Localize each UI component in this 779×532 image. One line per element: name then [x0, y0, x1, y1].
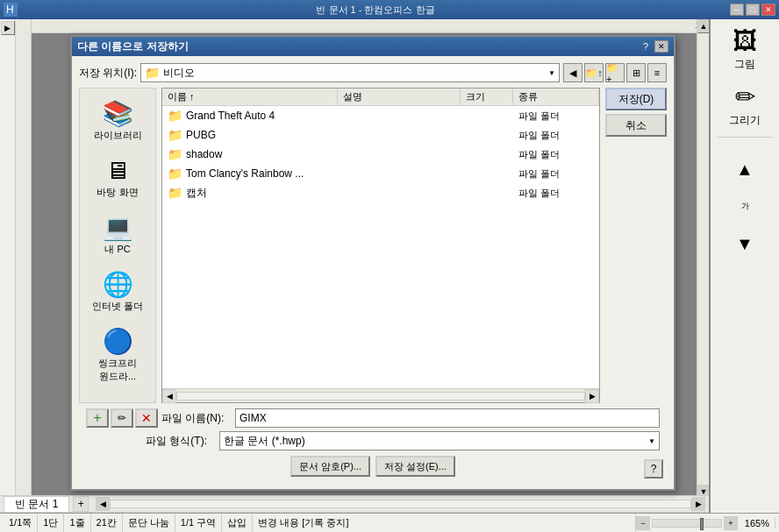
zoom-slider-thumb — [700, 518, 704, 530]
zoom-in-button[interactable]: + — [724, 516, 738, 530]
nav-options-button[interactable]: ≡ — [647, 63, 667, 82]
add-button[interactable]: + — [86, 408, 109, 428]
right-panel-images[interactable]: 🖼 그림 — [715, 23, 775, 75]
dialog-bottom-help-button[interactable]: ? — [644, 459, 663, 479]
nav-desktop-label: 바탕 화면 — [96, 186, 138, 199]
edit-button[interactable]: ✏ — [111, 408, 133, 428]
nav-my-pc-label: 내 PC — [104, 243, 130, 256]
nav-thinkfree[interactable]: 🔵 씽크프리 원드라... — [84, 323, 151, 387]
file-list-scroll-track[interactable] — [176, 392, 585, 401]
dialog-right-section: 저장(D) 취소 — [605, 88, 667, 403]
tab-scroll-right[interactable]: ▶ — [691, 497, 705, 511]
filetype-label: 파일 형식(T): — [146, 434, 216, 449]
file-cell-name-3: 📁 Tom Clancy's Rainbow ... — [164, 167, 339, 181]
app-icon: H — [4, 3, 18, 17]
right-panel-draw-label: 그리기 — [729, 113, 761, 128]
file-cell-type-3: 파일 폴더 — [515, 167, 597, 181]
file-list-scroll-right[interactable]: ▶ — [585, 389, 599, 403]
close-button[interactable]: ✕ — [761, 4, 775, 16]
file-cell-type-2: 파일 폴더 — [515, 148, 597, 161]
file-row-3[interactable]: 📁 Tom Clancy's Rainbow ... 파일 폴더 — [162, 164, 599, 183]
right-panel-nav-prev[interactable]: ▲ — [715, 143, 775, 195]
my-pc-icon: 💻 — [104, 213, 132, 241]
left-tool-1[interactable]: ▶ — [1, 21, 15, 35]
folder-icon-3: 📁 — [168, 167, 182, 181]
nav-internet-label: 인터넷 폴더 — [92, 300, 143, 313]
right-panel-images-label: 그림 — [734, 57, 755, 72]
settings-button[interactable]: 저장 설정(E)... — [375, 456, 455, 477]
nav-view-button[interactable]: ⊞ — [626, 63, 646, 82]
vertical-scrollbar[interactable]: ▲ ▼ — [697, 19, 709, 499]
right-panel-page-info: 가 — [740, 199, 751, 214]
file-list-nav-bar: ◀ ▶ — [162, 388, 599, 402]
bottom-action-buttons: 문서 암호(P)... 저장 설정(E)... — [86, 456, 660, 477]
save-button[interactable]: 저장(D) — [605, 88, 667, 110]
zoom-slider[interactable] — [652, 519, 722, 528]
file-row-2[interactable]: 📁 shadow 파일 폴더 — [162, 145, 599, 164]
left-nav-panel: 📚 라이브러리 🖥 바탕 화면 💻 내 PC 🌐 인터넷 폴더 🔵 — [79, 88, 156, 403]
filetype-select[interactable]: 한글 문서 (*.hwp) ▼ — [219, 431, 660, 450]
status-right: − + 165% — [636, 516, 775, 530]
col-header-name[interactable]: 이름 ↑ — [162, 89, 338, 105]
right-panel-draw[interactable]: ✏ 그리기 — [715, 79, 775, 131]
file-action-buttons: + ✏ ✕ — [86, 408, 158, 428]
nav-prev-icon: ▲ — [736, 160, 754, 180]
file-row-0[interactable]: 📁 Grand Theft Auto 4 파일 폴더 — [162, 106, 599, 125]
file-list-scroll-left[interactable]: ◀ — [162, 389, 176, 403]
dialog-body: 저장 위치(I): 📁 비디오 ▼ ◀ 📁↑ 📁+ ⊞ ≡ 📚 라이브러리 — [72, 56, 674, 489]
status-bar: 1/1쪽 1단 1줄 21칸 문단 나눔 1/1 구역 삽입 변경 내용 [기록… — [0, 513, 779, 532]
file-cell-name-1: 📁 PUBG — [164, 128, 339, 142]
file-row-4[interactable]: 📁 캡처 파일 폴더 — [162, 183, 599, 202]
nav-internet[interactable]: 🌐 인터넷 폴더 — [84, 266, 151, 316]
file-list-header: 이름 ↑ 설명 크기 종류 — [162, 89, 599, 106]
add-tab-button[interactable]: + — [73, 496, 89, 512]
col-header-type[interactable]: 종류 — [513, 89, 599, 105]
nav-back-button[interactable]: ◀ — [563, 63, 582, 82]
nav-library-label: 라이브러리 — [94, 129, 142, 142]
dialog-help-button[interactable]: ? — [639, 40, 653, 53]
nav-desktop[interactable]: 🖥 바탕 화면 — [84, 153, 151, 202]
folder-icon-4: 📁 — [168, 186, 182, 200]
tab-scroll-track — [110, 500, 691, 508]
nav-new-folder-button[interactable]: 📁+ — [605, 63, 625, 82]
minimize-button[interactable]: ─ — [730, 4, 744, 16]
file-cell-name-2: 📁 shadow — [164, 147, 339, 161]
window-controls: ─ □ ✕ — [730, 4, 775, 16]
status-char: 21칸 — [91, 514, 123, 532]
file-row-1[interactable]: 📁 PUBG 파일 폴더 — [162, 125, 599, 145]
nav-library[interactable]: 📚 라이브러리 — [84, 96, 151, 145]
nav-up-button[interactable]: 📁↑ — [584, 63, 604, 82]
dialog-main: 📚 라이브러리 🖥 바탕 화면 💻 내 PC 🌐 인터넷 폴더 🔵 — [79, 88, 667, 403]
images-icon: 🖼 — [733, 26, 757, 55]
location-nav-buttons: ◀ 📁↑ 📁+ ⊞ ≡ — [563, 63, 667, 82]
folder-icon-2: 📁 — [168, 147, 182, 161]
tab-bar: 빈 문서 1 + ◀ ▶ — [0, 495, 709, 513]
status-section: 1/1 구역 — [175, 514, 222, 532]
internet-icon: 🌐 — [104, 270, 132, 298]
zoom-out-button[interactable]: − — [636, 516, 650, 530]
nav-my-pc[interactable]: 💻 내 PC — [84, 209, 151, 259]
col-header-desc[interactable]: 설명 — [338, 89, 461, 105]
svg-text:H: H — [6, 4, 14, 16]
delete-button[interactable]: ✕ — [135, 408, 158, 428]
vertical-ruler — [16, 19, 32, 513]
tab-scroll-area: ◀ ▶ — [96, 497, 705, 511]
tab-document-1[interactable]: 빈 문서 1 — [4, 496, 69, 512]
filetype-dropdown-arrow: ▼ — [648, 437, 655, 445]
col-header-size[interactable]: 크기 — [461, 89, 513, 105]
scroll-up-button[interactable]: ▲ — [697, 19, 709, 33]
location-select[interactable]: 📁 비디오 ▼ — [140, 63, 560, 82]
library-icon: 📚 — [104, 99, 132, 127]
filetype-value: 한글 문서 (*.hwp) — [224, 434, 305, 449]
tab-label: 빈 문서 1 — [15, 497, 58, 512]
cancel-button[interactable]: 취소 — [605, 114, 667, 137]
password-button[interactable]: 문서 암호(P)... — [290, 456, 370, 477]
filetype-row: 파일 형식(T): 한글 문서 (*.hwp) ▼ — [86, 431, 660, 450]
status-column: 1단 — [38, 514, 64, 532]
tab-scroll-left[interactable]: ◀ — [96, 497, 110, 511]
dialog-close-button[interactable]: ✕ — [654, 40, 668, 53]
maximize-button[interactable]: □ — [746, 4, 760, 16]
filename-input[interactable] — [235, 408, 660, 428]
right-panel-separator — [717, 137, 773, 138]
right-panel-nav-next[interactable]: ▼ — [715, 217, 775, 270]
